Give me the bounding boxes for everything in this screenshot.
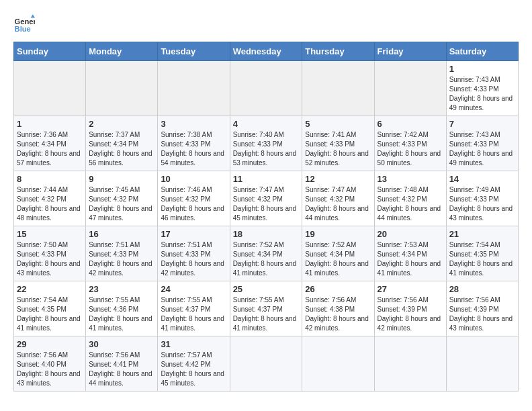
day-number: 24 <box>161 284 226 294</box>
header-saturday: Saturday <box>446 42 518 61</box>
day-info: Sunrise: 7:37 AMSunset: 4:34 PMDaylight:… <box>89 131 152 167</box>
day-info: Sunrise: 7:56 AMSunset: 4:40 PMDaylight:… <box>17 351 81 387</box>
calendar-cell: 7 Sunrise: 7:43 AMSunset: 4:33 PMDayligh… <box>446 116 518 171</box>
day-info: Sunrise: 7:45 AMSunset: 4:32 PMDaylight:… <box>89 186 152 222</box>
day-number: 12 <box>305 174 371 184</box>
day-number: 5 <box>305 119 371 129</box>
day-number: 18 <box>233 229 300 239</box>
day-info: Sunrise: 7:55 AMSunset: 4:36 PMDaylight:… <box>89 296 152 332</box>
day-info: Sunrise: 7:57 AMSunset: 4:42 PMDaylight:… <box>161 351 224 387</box>
day-info: Sunrise: 7:56 AMSunset: 4:39 PMDaylight:… <box>378 296 441 332</box>
calendar-cell: 28 Sunrise: 7:56 AMSunset: 4:39 PMDaylig… <box>446 281 518 336</box>
calendar-cell: 31 Sunrise: 7:57 AMSunset: 4:42 PMDaylig… <box>158 336 230 392</box>
day-number: 1 <box>17 119 83 129</box>
calendar-cell: 19 Sunrise: 7:52 AMSunset: 4:34 PMDaylig… <box>302 226 374 281</box>
day-number: 30 <box>89 339 154 349</box>
day-info: Sunrise: 7:42 AMSunset: 4:33 PMDaylight:… <box>378 131 441 167</box>
calendar-cell: 12 Sunrise: 7:47 AMSunset: 4:32 PMDaylig… <box>302 171 374 226</box>
page-header: General Blue <box>13 13 519 35</box>
calendar-cell: 1 Sunrise: 7:36 AMSunset: 4:34 PMDayligh… <box>14 116 86 171</box>
day-number: 8 <box>17 174 83 184</box>
calendar-cell: 16 Sunrise: 7:51 AMSunset: 4:33 PMDaylig… <box>86 226 158 281</box>
calendar-cell <box>230 336 302 392</box>
day-number: 14 <box>449 174 515 184</box>
calendar-cell: 22 Sunrise: 7:54 AMSunset: 4:35 PMDaylig… <box>14 281 86 336</box>
day-info: Sunrise: 7:56 AMSunset: 4:39 PMDaylight:… <box>449 296 513 332</box>
calendar-cell <box>446 336 518 392</box>
calendar-cell: 24 Sunrise: 7:55 AMSunset: 4:37 PMDaylig… <box>158 281 230 336</box>
day-info: Sunrise: 7:56 AMSunset: 4:41 PMDaylight:… <box>89 351 152 387</box>
calendar-cell: 18 Sunrise: 7:52 AMSunset: 4:34 PMDaylig… <box>230 226 302 281</box>
day-number: 16 <box>89 229 154 239</box>
calendar-cell: 14 Sunrise: 7:49 AMSunset: 4:33 PMDaylig… <box>446 171 518 226</box>
day-number: 7 <box>449 119 515 129</box>
day-info: Sunrise: 7:40 AMSunset: 4:33 PMDaylight:… <box>233 131 297 167</box>
header-tuesday: Tuesday <box>158 42 230 61</box>
day-number: 28 <box>449 284 515 294</box>
day-number: 13 <box>378 174 443 184</box>
calendar-cell: 9 Sunrise: 7:45 AMSunset: 4:32 PMDayligh… <box>86 171 158 226</box>
day-info: Sunrise: 7:38 AMSunset: 4:33 PMDaylight:… <box>161 131 224 167</box>
calendar-cell <box>230 61 302 116</box>
calendar-cell <box>86 61 158 116</box>
calendar-cell: 10 Sunrise: 7:46 AMSunset: 4:32 PMDaylig… <box>158 171 230 226</box>
day-number: 2 <box>89 119 154 129</box>
calendar-cell: 26 Sunrise: 7:56 AMSunset: 4:38 PMDaylig… <box>302 281 374 336</box>
day-info: Sunrise: 7:48 AMSunset: 4:32 PMDaylight:… <box>378 186 441 222</box>
day-info: Sunrise: 7:47 AMSunset: 4:32 PMDaylight:… <box>305 186 369 222</box>
day-info: Sunrise: 7:36 AMSunset: 4:34 PMDaylight:… <box>17 131 81 167</box>
logo-icon: General Blue <box>13 13 35 35</box>
day-info: Sunrise: 7:54 AMSunset: 4:35 PMDaylight:… <box>449 241 513 277</box>
header-wednesday: Wednesday <box>230 42 302 61</box>
calendar-cell: 5 Sunrise: 7:41 AMSunset: 4:33 PMDayligh… <box>302 116 374 171</box>
day-info: Sunrise: 7:49 AMSunset: 4:33 PMDaylight:… <box>449 186 513 222</box>
day-number: 10 <box>161 174 226 184</box>
day-info: Sunrise: 7:56 AMSunset: 4:38 PMDaylight:… <box>305 296 369 332</box>
calendar-week-1: 1 Sunrise: 7:36 AMSunset: 4:34 PMDayligh… <box>14 116 519 171</box>
day-number: 27 <box>378 284 443 294</box>
day-number: 17 <box>161 229 226 239</box>
day-info: Sunrise: 7:47 AMSunset: 4:32 PMDaylight:… <box>233 186 297 222</box>
day-number: 1 <box>449 64 515 74</box>
day-info: Sunrise: 7:55 AMSunset: 4:37 PMDaylight:… <box>161 296 224 332</box>
calendar-cell <box>158 61 230 116</box>
day-number: 4 <box>233 119 300 129</box>
calendar-week-5: 29 Sunrise: 7:56 AMSunset: 4:40 PMDaylig… <box>14 336 519 392</box>
calendar-cell: 13 Sunrise: 7:48 AMSunset: 4:32 PMDaylig… <box>374 171 446 226</box>
calendar-cell: 8 Sunrise: 7:44 AMSunset: 4:32 PMDayligh… <box>14 171 86 226</box>
calendar-cell: 17 Sunrise: 7:51 AMSunset: 4:33 PMDaylig… <box>158 226 230 281</box>
day-info: Sunrise: 7:50 AMSunset: 4:33 PMDaylight:… <box>17 241 81 277</box>
day-info: Sunrise: 7:52 AMSunset: 4:34 PMDaylight:… <box>305 241 369 277</box>
day-number: 25 <box>233 284 300 294</box>
day-number: 15 <box>17 229 83 239</box>
day-number: 6 <box>378 119 443 129</box>
calendar-cell: 27 Sunrise: 7:56 AMSunset: 4:39 PMDaylig… <box>374 281 446 336</box>
header-monday: Monday <box>86 42 158 61</box>
calendar-cell <box>14 61 86 116</box>
day-number: 31 <box>161 339 226 349</box>
day-number: 3 <box>161 119 226 129</box>
day-number: 11 <box>233 174 300 184</box>
calendar-week-4: 22 Sunrise: 7:54 AMSunset: 4:35 PMDaylig… <box>14 281 519 336</box>
day-number: 29 <box>17 339 83 349</box>
calendar-cell <box>302 336 374 392</box>
day-info: Sunrise: 7:51 AMSunset: 4:33 PMDaylight:… <box>161 241 224 277</box>
day-info: Sunrise: 7:53 AMSunset: 4:34 PMDaylight:… <box>378 241 441 277</box>
day-info: Sunrise: 7:54 AMSunset: 4:35 PMDaylight:… <box>17 296 81 332</box>
svg-marker-2 <box>31 15 35 18</box>
svg-text:Blue: Blue <box>15 25 31 33</box>
calendar-cell <box>374 61 446 116</box>
day-number: 9 <box>89 174 154 184</box>
day-number: 23 <box>89 284 154 294</box>
day-number: 21 <box>449 229 515 239</box>
calendar-cell: 29 Sunrise: 7:56 AMSunset: 4:40 PMDaylig… <box>14 336 86 392</box>
day-info: Sunrise: 7:43 AMSunset: 4:33 PMDaylight:… <box>449 76 513 111</box>
calendar-cell: 4 Sunrise: 7:40 AMSunset: 4:33 PMDayligh… <box>230 116 302 171</box>
calendar-cell: 20 Sunrise: 7:53 AMSunset: 4:34 PMDaylig… <box>374 226 446 281</box>
calendar-week-3: 15 Sunrise: 7:50 AMSunset: 4:33 PMDaylig… <box>14 226 519 281</box>
day-info: Sunrise: 7:52 AMSunset: 4:34 PMDaylight:… <box>233 241 297 277</box>
day-info: Sunrise: 7:41 AMSunset: 4:33 PMDaylight:… <box>305 131 369 167</box>
day-number: 20 <box>378 229 443 239</box>
day-number: 26 <box>305 284 371 294</box>
day-info: Sunrise: 7:44 AMSunset: 4:32 PMDaylight:… <box>17 186 81 222</box>
